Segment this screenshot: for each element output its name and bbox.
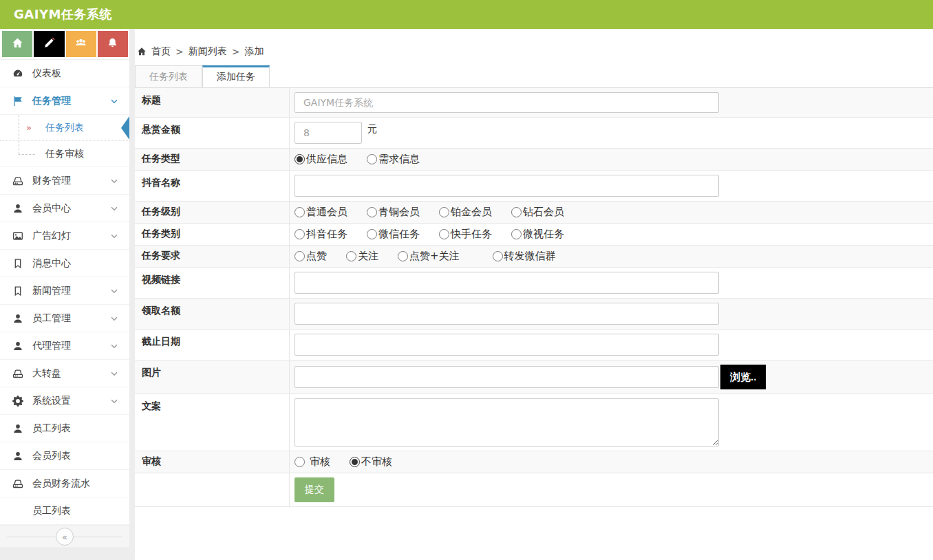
- sidebar-item-label: 仪表板: [32, 67, 119, 80]
- field-label: 领取名额: [135, 299, 290, 329]
- form-row-task-requirement: 任务要求 点赞 关注 点赞+关注 转发微信群: [135, 246, 933, 268]
- user-icon: [12, 313, 23, 324]
- sidebar-item-wheel[interactable]: 大转盘: [0, 360, 129, 387]
- users-button[interactable]: [66, 31, 96, 57]
- sidebar-item-agent-management[interactable]: 代理管理: [0, 332, 129, 360]
- home-icon: [12, 37, 23, 51]
- breadcrumb: 首页 > 新闻列表 > 添加: [135, 29, 933, 58]
- sidebar-item-staff-management[interactable]: 员工管理: [0, 305, 129, 332]
- sidebar-item-member-center[interactable]: 会员中心: [0, 195, 129, 222]
- sidebar-item-system-settings[interactable]: 系统设置: [0, 387, 129, 415]
- title-input[interactable]: [294, 92, 719, 113]
- field-label: 文案: [135, 394, 290, 451]
- notifications-button[interactable]: [98, 31, 128, 57]
- sidebar-item-staff-list-sub[interactable]: 员工列表: [0, 497, 129, 525]
- tab-bar: 任务列表 添加任务: [135, 65, 933, 88]
- user-icon: [12, 423, 23, 434]
- quota-input[interactable]: [294, 303, 719, 325]
- task-level-radio-platinum[interactable]: 铂金会员: [439, 206, 492, 219]
- task-level-radio-normal[interactable]: 普通会员: [294, 206, 347, 219]
- home-button[interactable]: [2, 31, 32, 57]
- sidebar-item-task-management[interactable]: 任务管理: [0, 87, 129, 115]
- app-title: GAIYM任务系统: [14, 6, 112, 23]
- task-req-radio-like-follow[interactable]: 点赞+关注: [398, 250, 460, 263]
- tab-add-task[interactable]: 添加任务: [202, 65, 270, 87]
- sidebar-item-label: 任务管理: [32, 95, 109, 107]
- chevron-down-icon: [109, 286, 119, 296]
- sidebar-item-finance-management[interactable]: 财务管理: [0, 167, 129, 195]
- reward-amount-input[interactable]: [294, 122, 362, 144]
- sidebar-item-label: 会员财务流水: [32, 477, 119, 490]
- task-category-radio-weishi[interactable]: 微视任务: [511, 228, 564, 241]
- field-label: 抖音名称: [135, 171, 290, 201]
- sidebar-item-label: 系统设置: [32, 395, 109, 407]
- edit-button[interactable]: [34, 31, 64, 57]
- task-category-radio-kuaishou[interactable]: 快手任务: [439, 228, 492, 241]
- sidebar-item-task-list[interactable]: » 任务列表: [0, 115, 129, 141]
- field-label: 图片: [135, 360, 290, 394]
- user-icon: [12, 203, 23, 214]
- field-label: 任务类型: [135, 149, 290, 170]
- sidebar-item-staff-list[interactable]: 员工列表: [0, 415, 129, 442]
- sidebar-item-dashboard[interactable]: 仪表板: [0, 60, 129, 87]
- user-icon: [12, 341, 23, 352]
- main-content: 首页 > 新闻列表 > 添加 任务列表 添加任务 标题 悬赏金额 元: [135, 29, 933, 560]
- task-type-radio-demand[interactable]: 需求信息: [367, 153, 420, 166]
- sidebar-item-label: 员工管理: [32, 312, 109, 325]
- sidebar-collapse-row: «: [0, 525, 129, 548]
- sidebar-item-message-center[interactable]: 消息中心: [0, 250, 129, 277]
- breadcrumb-news-list-link[interactable]: 新闻列表: [189, 45, 227, 58]
- deadline-input[interactable]: [294, 334, 719, 356]
- sidebar-item-label: 财务管理: [32, 175, 109, 187]
- audit-radio-yes[interactable]: 审核: [294, 455, 330, 469]
- breadcrumb-separator: >: [175, 46, 184, 57]
- chevron-down-icon: [109, 96, 119, 106]
- sidebar-collapse-button[interactable]: «: [56, 528, 74, 546]
- field-label: 任务要求: [135, 246, 290, 267]
- sidebar-item-task-audit[interactable]: 任务审核: [0, 141, 129, 167]
- submit-button[interactable]: 提交: [294, 477, 334, 502]
- browse-button[interactable]: 浏览..: [720, 365, 766, 389]
- task-category-radio-wechat[interactable]: 微信任务: [367, 228, 420, 241]
- audit-radio-no[interactable]: 不审核: [350, 455, 392, 469]
- form-row-douyin-name: 抖音名称: [135, 171, 933, 202]
- task-req-radio-follow[interactable]: 关注: [346, 250, 378, 263]
- bookmark-icon: [12, 258, 23, 269]
- field-label: 悬赏金额: [135, 118, 290, 148]
- sidebar-item-news-management[interactable]: 新闻管理: [0, 277, 129, 305]
- sidebar-item-label: 任务审核: [45, 148, 84, 160]
- sidebar-item-label: 消息中心: [32, 257, 119, 270]
- pencil-icon: [43, 37, 55, 51]
- sidebar-item-label: 任务列表: [45, 122, 84, 134]
- sidebar: 仪表板 任务管理 » 任务列表 任务审核 财务管理: [0, 29, 129, 548]
- chevron-down-icon: [109, 369, 119, 378]
- task-level-radio-diamond[interactable]: 钻石会员: [511, 206, 564, 219]
- sidebar-item-member-list[interactable]: 会员列表: [0, 442, 129, 470]
- gear-icon: [12, 396, 23, 407]
- task-management-submenu: » 任务列表 任务审核: [0, 115, 129, 167]
- image-path-input[interactable]: [294, 366, 719, 388]
- form-row-copywriting: 文案: [135, 394, 933, 451]
- tab-task-list[interactable]: 任务列表: [135, 65, 202, 87]
- sidebar-item-label: 会员中心: [32, 202, 109, 215]
- user-icon: [12, 451, 23, 462]
- field-label: 审核: [135, 451, 290, 473]
- task-level-radio-bronze[interactable]: 青铜会员: [367, 206, 420, 219]
- copywriting-textarea[interactable]: [294, 398, 719, 446]
- task-req-radio-forward-group[interactable]: 转发微信群: [493, 250, 556, 263]
- sidebar-item-member-finance-flow[interactable]: 会员财务流水: [0, 470, 129, 497]
- video-link-input[interactable]: [294, 272, 719, 294]
- add-task-form: 标题 悬赏金额 元 任务类型 供应信息 需求信息: [135, 88, 933, 507]
- task-category-radio-douyin[interactable]: 抖音任务: [294, 228, 347, 241]
- image-icon: [12, 230, 23, 241]
- breadcrumb-home-link[interactable]: 首页: [151, 45, 171, 58]
- field-label: 任务类别: [135, 224, 290, 245]
- tree-connector: [19, 154, 35, 155]
- douyin-name-input[interactable]: [294, 175, 719, 197]
- breadcrumb-separator: >: [232, 46, 240, 57]
- task-type-radio-supply[interactable]: 供应信息: [294, 153, 347, 166]
- form-row-reward: 悬赏金额 元: [135, 118, 933, 149]
- sidebar-item-ad-slides[interactable]: 广告幻灯: [0, 222, 129, 250]
- breadcrumb-current: 添加: [244, 45, 264, 58]
- task-req-radio-like[interactable]: 点赞: [294, 250, 327, 263]
